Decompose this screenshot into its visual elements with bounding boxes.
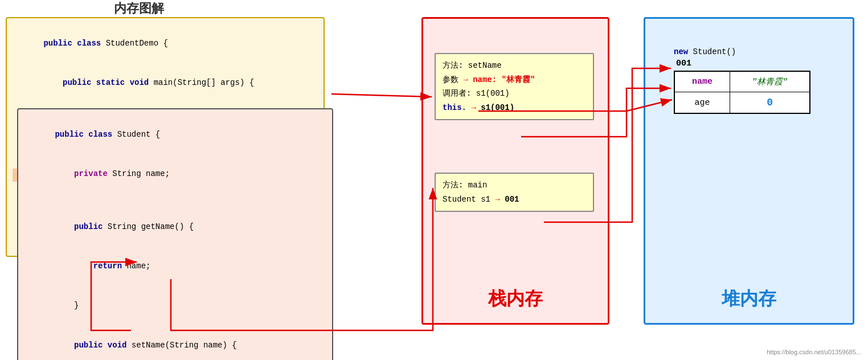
heap-row-age: age 0	[674, 92, 810, 114]
param-arrow: →	[463, 75, 468, 84]
main-method-label: 方法: main	[443, 178, 586, 193]
kw-public-class: public class	[43, 39, 101, 48]
code-line-1: public class StudentDemo {	[15, 24, 316, 63]
page-title: 内存图解	[114, 0, 164, 17]
inner-line-1: public class Student {	[26, 115, 324, 154]
stack-panel: 栈内存 方法: setName 参数 → name: "林青霞" 调用者: s1…	[421, 17, 609, 325]
kw-public-static: public static void	[43, 78, 149, 87]
inner-line-7: public void setName(String name) {	[26, 326, 324, 361]
heap-object: new Student() 001 name "林青霞" age 0	[674, 47, 810, 114]
field-name-value: "林青霞"	[730, 71, 810, 92]
field-age-value: 0	[730, 92, 810, 114]
inner-line-5: return name;	[26, 247, 324, 286]
s1-line: Student s1 → 001	[443, 193, 586, 207]
url-text: https://blog.csdn.net/u01359685...	[767, 349, 861, 355]
main-container: 内存图解 public class StudentDemo { public s…	[0, 0, 868, 360]
heap-panel: 堆内存 new Student() 001 name "林青霞" age 0	[644, 17, 854, 325]
this-value: s1(001)	[481, 103, 514, 112]
this-line: this. → s1(001)	[443, 101, 586, 115]
stack-frame-main: 方法: main Student s1 → 001	[435, 173, 594, 212]
param-line: 参数 → name: "林青霞"	[443, 73, 586, 87]
s1-value: 001	[505, 195, 519, 204]
stack-frame-setname: 方法: setName 参数 → name: "林青霞" 调用者: s1(001…	[435, 53, 594, 120]
field-age-label: age	[674, 92, 730, 114]
inner-line-4: public String getName() {	[26, 207, 324, 247]
heap-address: 001	[674, 59, 810, 68]
inner-line-3	[26, 194, 324, 207]
code-line-2: public static void main(String[] args) {	[15, 63, 316, 103]
heap-table: name "林青霞" age 0	[674, 71, 810, 114]
heap-row-name: name "林青霞"	[674, 71, 810, 92]
heap-label: 堆内存	[722, 287, 776, 312]
s1-arrow: →	[495, 195, 499, 204]
heap-new-label: new Student()	[674, 47, 810, 56]
stack-label: 栈内存	[488, 287, 543, 312]
arrow-code-to-stack	[331, 94, 432, 97]
caller-line: 调用者: s1(001)	[443, 87, 586, 101]
method-label: 方法: setName	[443, 59, 586, 73]
inner-code-panel: public class Student { private String na…	[17, 108, 333, 360]
param-value: name: "林青霞"	[473, 75, 535, 84]
inner-line-2: private String name;	[26, 154, 324, 194]
this-arrow: →	[471, 103, 476, 112]
field-name-label: name	[674, 71, 730, 92]
inner-line-6: }	[26, 286, 324, 325]
